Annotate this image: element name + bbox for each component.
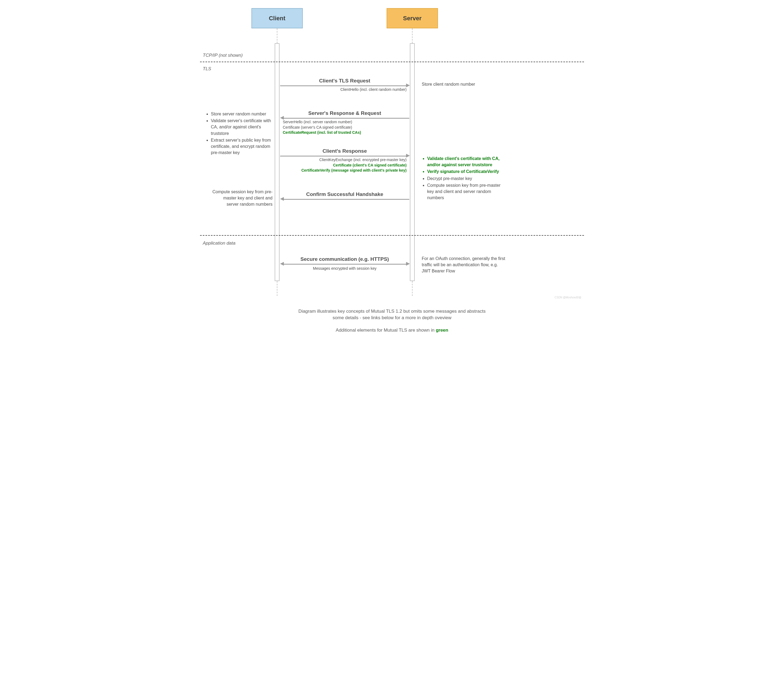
- msg4-arrow: [283, 199, 409, 200]
- note-server-3: Validate client's certificate with CA, a…: [422, 155, 506, 201]
- actor-client: Client: [251, 8, 303, 28]
- note-client-2b: Validate server's certificate with CA, a…: [211, 118, 273, 137]
- msg1-sub: ClientHello (incl. client random number): [280, 87, 407, 92]
- msg5-arrow-head-r: [406, 262, 410, 266]
- msg5-sub: Messages encrypted with session key: [280, 266, 409, 271]
- actor-client-label: Client: [269, 15, 285, 22]
- sequence-diagram: Client Server TCP/IP (not shown) TLS App…: [192, 0, 592, 351]
- client-lifeline-top: [277, 28, 277, 43]
- msg3-arrow: [280, 156, 407, 156]
- msg4-title: Confirm Successful Handshake: [280, 191, 409, 197]
- watermark: CSDN @Moshow郑锴: [555, 296, 581, 300]
- note-server-1: Store client random number: [422, 81, 503, 87]
- note-server-3b: Verify signature of CertificateVerify: [427, 168, 506, 175]
- note-server-5: For an OAuth connection, generally the f…: [422, 255, 506, 274]
- section-app-label: Application data: [203, 240, 236, 246]
- section-tcp-label: TCP/IP (not shown): [203, 53, 243, 58]
- section-divider-1: [200, 62, 584, 62]
- footer-line2a: Additional elements for Mutual TLS are s…: [336, 328, 436, 333]
- footer-note: Diagram illustrates key concepts of Mutu…: [192, 308, 592, 333]
- msg2-title: Server's Response & Request: [280, 110, 409, 116]
- footer-line1: Diagram illustrates key concepts of Mutu…: [297, 308, 487, 321]
- msg2-arrow: [283, 118, 409, 119]
- msg3-sub2: Certificate (client's CA signed certific…: [333, 163, 407, 167]
- msg1-title: Client's TLS Request: [280, 78, 409, 84]
- msg3-sub1: ClientKeyExchange (incl. encrypted pre-m…: [319, 158, 407, 162]
- msg5-arrow: [283, 264, 406, 265]
- section-tls-label: TLS: [203, 66, 211, 72]
- footer-line2b: green: [436, 328, 448, 333]
- msg1-arrow-head: [406, 84, 410, 87]
- note-server-3a: Validate client's certificate with CA, a…: [427, 155, 506, 168]
- note-client-2c: Extract server's public key from certifi…: [211, 137, 273, 156]
- msg3-arrow-head: [406, 154, 410, 158]
- msg3-sub3: CertificateVerify (message signed with c…: [301, 168, 407, 173]
- msg5-title: Secure communication (e.g. HTTPS): [280, 256, 409, 262]
- footer-line2: Additional elements for Mutual TLS are s…: [192, 327, 592, 334]
- actor-server: Server: [387, 8, 438, 28]
- msg2-subs: ServerHello (incl. server random number)…: [283, 119, 409, 135]
- section-divider-2: [200, 235, 584, 235]
- actor-server-label: Server: [403, 15, 422, 22]
- note-client-2: Store server random number Validate serv…: [206, 111, 273, 156]
- note-server-3d: Compute session key from pre-master key …: [427, 182, 506, 201]
- note-client-4: Compute session key from pre-master key …: [211, 189, 272, 207]
- msg3-subs: ClientKeyExchange (incl. encrypted pre-m…: [280, 157, 407, 173]
- note-client-2a: Store server random number: [211, 111, 273, 117]
- server-activation: [410, 43, 415, 281]
- msg3-title: Client's Response: [280, 148, 409, 154]
- server-lifeline-bottom: [412, 281, 413, 296]
- note-server-3c: Decrypt pre-master key: [427, 175, 506, 182]
- msg2-arrow-head: [280, 116, 284, 120]
- client-activation: [275, 43, 280, 281]
- msg2-sub3: CertificateRequest (incl. list of truste…: [283, 130, 361, 135]
- msg2-sub1: ServerHello (incl. server random number): [283, 120, 352, 124]
- msg4-arrow-head: [280, 197, 284, 201]
- client-lifeline-bottom: [277, 281, 277, 296]
- msg5-arrow-head-l: [280, 262, 284, 266]
- msg2-sub2: Certificate (server's CA signed certific…: [283, 125, 352, 130]
- msg1-arrow: [280, 86, 407, 86]
- server-lifeline-top: [412, 28, 413, 43]
